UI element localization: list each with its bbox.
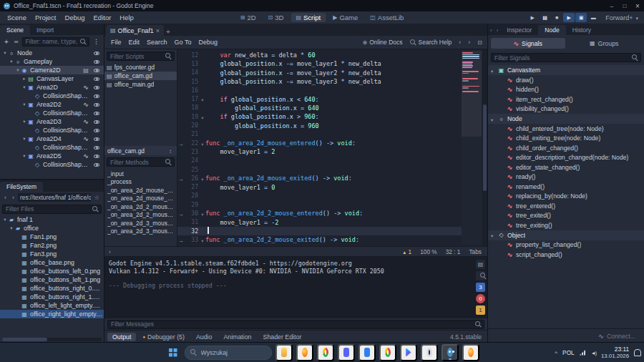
dock-tab[interactable]: Inspector [500,25,538,35]
eye-icon[interactable] [93,135,100,142]
file-tree-row[interactable]: office_buttons_left_0.png [0,267,104,275]
eye-icon[interactable] [93,127,100,134]
errors-icon[interactable]: 0 [476,294,485,303]
scene-tree-row[interactable]: ▾ Node [0,49,104,57]
zoom-level[interactable]: 100 % [420,248,437,255]
expand-arrow-icon[interactable]: ▾ [9,225,14,231]
search-help-button[interactable]: Search Help [408,39,454,46]
renderer-dropdown[interactable]: Forward+ [600,14,643,21]
indent-type[interactable]: Tabs [469,248,482,255]
method-list-item[interactable]: _on_area_2d_mouse_exited [104,195,177,203]
code-line[interactable]: 13 global_position.x -= move_layer1 * ne… [177,59,462,68]
scene-tree-row[interactable]: CollisionShape2D [0,109,104,117]
network-icon[interactable] [580,350,586,356]
method-list-item[interactable]: _on_area_2d_2_mouse_exited [104,211,177,220]
signal-icon[interactable] [82,84,89,91]
code-line[interactable]: 19 if global_position.x > 960: [177,112,462,121]
script-history-forward-button[interactable] [466,39,472,46]
play-control-button[interactable] [587,13,599,22]
file-tree-row[interactable]: ▾ fnaf 1 [0,215,104,224]
script-menu-item[interactable]: Debug [195,39,221,46]
code-line[interactable]: 21 [177,130,462,139]
signal-row[interactable]: property_list_changed() [488,240,644,250]
code-line[interactable]: 12 var new_delta = delta * 60 [177,51,462,59]
dock-tab[interactable]: History [566,25,597,35]
fold-arrow-icon[interactable] [200,175,205,182]
signal-icon[interactable] [82,118,89,125]
signal-row[interactable]: script_changed() [488,250,644,260]
scene-options-button[interactable] [91,38,102,45]
current-path[interactable]: res://textures/fnaf 1/office/offi [18,193,91,202]
workspace-tab[interactable]: AssetLib [365,13,409,22]
bottom-panel-tab[interactable]: Shader Editor [258,333,307,341]
search-output-button[interactable] [476,271,485,280]
scene-filter-input[interactable] [22,37,89,47]
code-line[interactable]: 20 global_position.x = 960 [177,121,462,129]
signal-icon[interactable] [82,135,89,142]
eye-icon[interactable] [93,49,100,57]
workspace-tab[interactable]: Script [291,13,326,22]
menu-item[interactable]: Scene [3,14,31,21]
scene-tab[interactable]: Office_Fnaf1 [106,25,164,36]
script-menu-item[interactable]: File [107,39,125,46]
scene-tree-row[interactable]: ▾ Area2D5 [0,152,104,160]
bottom-panel-tab[interactable]: Audio [191,333,218,341]
play-control-button[interactable] [563,13,575,22]
caret-position[interactable]: 32 : 1 [446,248,461,255]
code-line[interactable]: 28 [177,192,462,200]
eye-icon[interactable] [93,84,100,91]
code-line[interactable]: 25 [177,165,462,174]
expand-arrow-icon[interactable]: ▾ [21,102,27,107]
start-button[interactable] [165,345,181,361]
taskbar-app-button[interactable] [338,344,355,361]
signal-row[interactable]: visibility_changed() [488,104,644,114]
signal-row[interactable]: item_rect_changed() [488,94,644,104]
signal-row[interactable]: hidden() [488,85,644,95]
maximize-button[interactable] [618,0,631,11]
method-list-item[interactable]: _input [104,170,177,178]
signal-row[interactable]: child_entered_tree(node: Node) [488,124,644,134]
script-list-item[interactable]: office_main.gd [104,80,177,89]
code-line[interactable]: 16 [177,86,462,94]
signal-row[interactable]: child_exiting_tree(node: Node) [488,134,644,144]
taskbar-app-button[interactable] [462,344,479,361]
code-line[interactable]: 29 [177,200,462,209]
filter-methods-input[interactable] [107,157,175,167]
method-list-item[interactable]: _process [104,178,177,187]
scene-tree-row[interactable]: CollisionShape2D [0,92,104,100]
code-line[interactable]: 24 [177,157,462,165]
expand-arrow-icon[interactable]: ▾ [21,153,27,159]
method-list-item[interactable]: _on_area_2d_3_mouse_entered [104,219,177,228]
signal-row[interactable]: replacing_by(node: Node) [488,192,644,202]
file-tree-row[interactable]: Fan3.png [0,250,104,258]
expand-arrow-icon[interactable]: ▾ [21,136,27,142]
signal-row[interactable]: tree_exiting() [488,220,644,230]
signal-row[interactable]: renamed() [488,182,644,192]
method-list-item[interactable]: _on_area_2d_2_mouse_entered [104,202,177,211]
eye-icon[interactable] [93,118,100,125]
scene-tree-row[interactable]: CollisionShape2D [0,143,104,152]
scene-tree-row[interactable]: ▾ Area2D [0,83,104,92]
taskbar-app-button[interactable] [421,344,438,361]
dock-tab[interactable]: Node [538,25,565,35]
file-filter-input[interactable] [2,205,102,214]
expand-arrow-icon[interactable] [491,231,497,239]
eye-icon[interactable] [93,92,100,99]
bottom-panel-tab[interactable]: Debugger (5) [137,333,189,341]
menu-item[interactable]: Debug [61,14,89,21]
add-node-button[interactable] [2,38,11,46]
code-line[interactable]: 33 func _on_area_2d_2_mouse_exited() -> … [177,235,462,244]
toggle-scripts-panel-button[interactable] [107,248,113,255]
workspace-tab[interactable]: 2D [235,13,261,22]
signal-icon[interactable] [82,152,89,160]
code-line[interactable]: 22 func _on_area_2d_mouse_entered() -> v… [177,139,462,147]
node-subtab[interactable]: Signals [491,38,565,49]
warnings-icon[interactable]: 1 [476,305,485,315]
code-line[interactable]: 26 func _on_area_2d_mouse_exited() -> vo… [177,174,462,182]
code-line[interactable]: 14 global_position.x -= move_layer2 * ne… [177,69,462,77]
history-forward-button[interactable] [10,194,16,201]
chevron-up-icon[interactable] [555,348,557,356]
file-tree-row[interactable]: ▾ office [0,224,104,233]
code-line[interactable]: 17 if global_position.x < 640: [177,94,462,103]
close-button[interactable] [631,0,644,11]
